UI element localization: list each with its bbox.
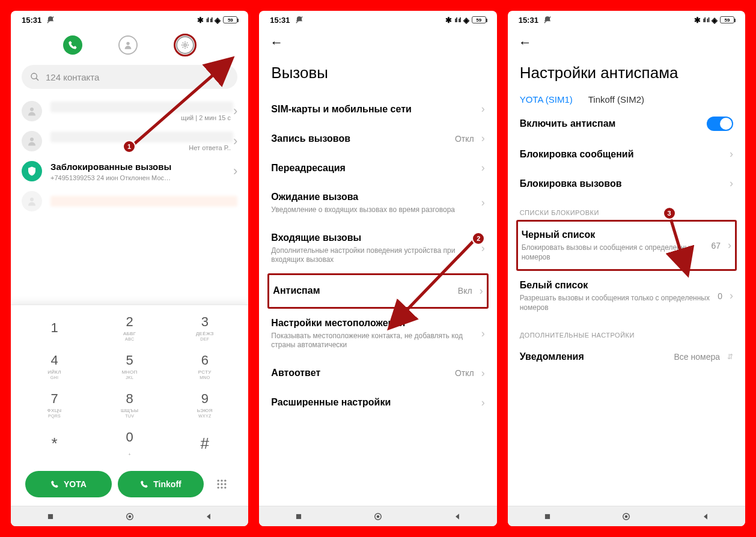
wifi-icon: ◈ [712, 16, 718, 25]
key-digit: 8 [126, 391, 133, 407]
signal-icon: ıl ıl [454, 16, 460, 23]
sim-tabs: YOTA (SIM1) Tinkoff (SIM2) [508, 94, 745, 108]
back-button[interactable] [453, 512, 462, 521]
call-sim1-button[interactable]: YOTA [25, 471, 112, 497]
svg-rect-17 [48, 514, 53, 518]
back-arrow[interactable]: ← [270, 35, 283, 50]
chevron-right-icon: › [233, 163, 237, 179]
dialpad-key-6[interactable]: 6РСТУMNO [167, 347, 242, 386]
dialpad-key-7[interactable]: 7ФХЦЧPQRS [17, 386, 92, 424]
call-sim2-button[interactable]: Tinkoff [118, 471, 204, 497]
blocked-sub: +74951399253 24 июн Отклонен Мос… [50, 174, 233, 181]
dialpad-key-#[interactable]: # [167, 424, 242, 463]
tab-calls[interactable] [63, 35, 82, 55]
key-digit: 5 [126, 353, 133, 368]
callout-arrow-1 [119, 47, 245, 155]
dialpad-key-4[interactable]: 4ИЙКЛGHI [17, 347, 92, 386]
phone-icon [140, 480, 148, 488]
recent-call-item[interactable] [11, 186, 248, 216]
dialpad-key-*[interactable]: * [17, 424, 92, 463]
home-button[interactable] [126, 512, 134, 521]
item-label: Белый список [520, 279, 713, 291]
item-value: Все номера [674, 352, 720, 362]
item-label: Блокировка вызовов [520, 178, 722, 190]
grid-icon [216, 478, 228, 490]
settings-item[interactable]: Расширенные настройки › [271, 388, 484, 417]
key-digit: 9 [201, 391, 209, 407]
recent-apps-button[interactable] [294, 512, 303, 521]
dialpad-key-9[interactable]: 9ЬЭЮЯWXYZ [167, 386, 242, 424]
back-arrow[interactable]: ← [519, 35, 532, 50]
svg-point-7 [30, 198, 34, 201]
settings-item[interactable]: Переадресация › [271, 153, 484, 183]
blocked-title: Заблокированные вызовы [50, 162, 233, 172]
blocked-calls-item[interactable]: Заблокированные вызовы +74951399253 24 и… [11, 156, 248, 186]
svg-rect-22 [296, 514, 301, 518]
chevron-right-icon: › [481, 396, 485, 409]
sim-tab-2[interactable]: Tinkoff (SIM2) [588, 94, 644, 105]
item-label: SIM-карты и мобильные сети [271, 103, 474, 115]
toggle-switch[interactable] [707, 117, 733, 131]
item-label: Уведомления [520, 351, 669, 363]
sim2-label: Tinkoff [153, 479, 181, 489]
block-messages-item[interactable]: Блокировка сообщений › [520, 139, 733, 169]
section-header: ДОПОЛНИТЕЛЬНЫЕ НАСТРОЙКИ [508, 321, 745, 342]
block-calls-item[interactable]: Блокировка вызовов › [520, 169, 733, 198]
svg-point-14 [218, 487, 219, 488]
back-button[interactable] [204, 512, 213, 521]
item-value: 0 [718, 291, 722, 301]
svg-point-5 [30, 108, 34, 111]
android-navbar [11, 506, 248, 526]
dnd-icon [543, 16, 552, 24]
back-button[interactable] [701, 512, 710, 521]
dialpad-key-8[interactable]: 8ШЩЪЫTUV [92, 386, 167, 424]
recent-apps-button[interactable] [543, 512, 552, 521]
key-digit: 6 [201, 353, 209, 368]
phone-icon [68, 40, 78, 50]
svg-point-29 [625, 515, 628, 518]
settings-item[interactable]: SIM-карты и мобильные сети › [271, 94, 484, 124]
dialpad-key-3[interactable]: 3ДЕЁЖЗDEF [167, 309, 242, 347]
key-digit: 4 [50, 353, 58, 368]
recent-apps-button[interactable] [46, 512, 55, 521]
bluetooth-icon: ✱ [694, 16, 701, 25]
item-label: Расширенные настройки [271, 396, 474, 408]
wifi-icon: ◈ [463, 16, 469, 25]
settings-list: Включить антиспам Блокировка сообщений ›… [508, 108, 745, 198]
dialer-screen: 15:31 ✱ ıl ıl ◈ 59 124 контакта [11, 11, 248, 526]
dialpad-key-1[interactable]: 1 [17, 309, 92, 347]
home-button[interactable] [374, 512, 382, 521]
dialpad-key-0[interactable]: 0+ [92, 424, 167, 463]
dialpad-toggle[interactable] [210, 472, 234, 496]
sim-tab-1[interactable]: YOTA (SIM1) [520, 94, 573, 105]
dialpad-key-5[interactable]: 5МНОПJKL [92, 347, 167, 386]
chevron-right-icon: › [481, 103, 485, 115]
key-letters: ДЕЁЖЗDEF [196, 331, 214, 342]
item-description: Разрешать вызовы и сообщения только с оп… [520, 294, 713, 312]
key-digit: 1 [50, 320, 58, 336]
svg-point-8 [218, 480, 219, 482]
settings-item[interactable]: Автоответ Откл › [271, 359, 484, 388]
svg-point-13 [225, 483, 227, 485]
signal-icon: ıl ıl [206, 16, 212, 23]
settings-item[interactable]: Запись вызовов Откл › [271, 124, 484, 153]
dialpad: 12АБВГABC3ДЕЁЖЗDEF4ИЙКЛGHI5МНОПJKL6РСТУM… [11, 305, 248, 506]
item-label: Запись вызовов [271, 133, 450, 145]
key-digit: * [51, 434, 57, 453]
svg-point-15 [221, 487, 223, 488]
item-label: Автоответ [271, 367, 450, 379]
dialpad-key-2[interactable]: 2АБВГABC [92, 309, 167, 347]
home-button[interactable] [622, 512, 630, 521]
status-time: 15:31 [519, 16, 538, 25]
calls-settings-screen: 15:31 ✱ ıl ıl ◈ 59 ← Вызовы SIM-карты и … [259, 11, 496, 526]
settings-item[interactable]: Ожидание вызова Уведомление о входящих в… [271, 183, 484, 223]
sim1-label: YOTA [64, 479, 87, 489]
item-description: Уведомление о входящих вызовах во время … [271, 205, 474, 215]
notifications-item[interactable]: Уведомления Все номера ⇵ [520, 342, 733, 371]
svg-line-20 [130, 60, 230, 148]
page-title: Настройки антиспама [508, 55, 745, 94]
key-digit: 0 [126, 429, 133, 445]
contact-name-blurred [50, 196, 237, 207]
enable-antispam-item[interactable]: Включить антиспам [520, 108, 733, 139]
callout-arrow-2 [379, 233, 481, 335]
